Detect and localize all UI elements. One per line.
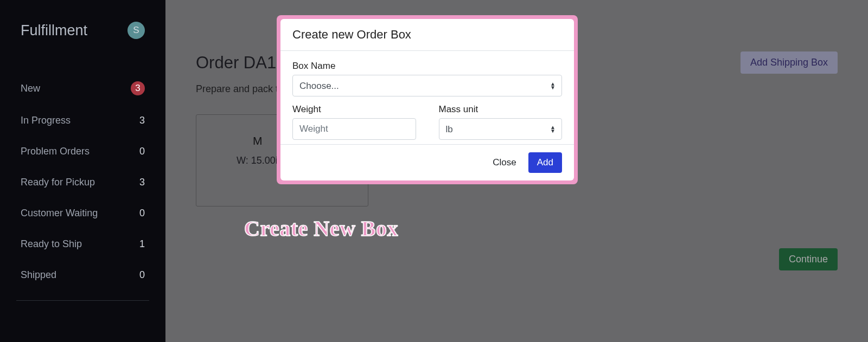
modal-footer: Close Add bbox=[280, 144, 574, 180]
add-button[interactable]: Add bbox=[528, 152, 562, 173]
count: 0 bbox=[139, 146, 145, 157]
sidebar-item-problem-orders[interactable]: Problem Orders 0 bbox=[0, 136, 165, 167]
avatar[interactable]: S bbox=[127, 22, 145, 39]
close-button[interactable]: Close bbox=[490, 153, 518, 172]
weight-input[interactable] bbox=[292, 118, 416, 140]
sidebar-item-label: New bbox=[21, 83, 40, 94]
modal-header: Create new Order Box bbox=[280, 19, 574, 51]
sidebar-item-label: In Progress bbox=[21, 115, 71, 126]
sidebar-item-label: Ready for Pickup bbox=[21, 177, 95, 188]
annotation-text: Create New Box bbox=[244, 216, 398, 241]
modal-body: Box Name Choose... ▲▼ Weight Mass unit bbox=[280, 51, 574, 144]
count: 3 bbox=[139, 115, 145, 126]
sidebar-item-in-progress[interactable]: In Progress 3 bbox=[0, 105, 165, 136]
sidebar-item-new[interactable]: New 3 bbox=[0, 72, 165, 105]
sidebar-item-label: Customer Waiting bbox=[21, 208, 98, 219]
modal-title: Create new Order Box bbox=[292, 28, 562, 42]
count: 3 bbox=[139, 177, 145, 188]
sidebar-item-label: Problem Orders bbox=[21, 146, 90, 157]
sidebar: Fulfillment S New 3 In Progress 3 Proble… bbox=[0, 0, 165, 342]
mass-unit-label: Mass unit bbox=[439, 104, 563, 115]
modal-highlight-border: Create new Order Box Box Name Choose... … bbox=[277, 15, 578, 184]
sidebar-item-ready-for-pickup[interactable]: Ready for Pickup 3 bbox=[0, 167, 165, 198]
count-badge: 3 bbox=[131, 81, 145, 95]
sidebar-item-ready-to-ship[interactable]: Ready to Ship 1 bbox=[0, 229, 165, 260]
app-title: Fulfillment bbox=[21, 22, 87, 39]
sidebar-item-shipped[interactable]: Shipped 0 bbox=[0, 260, 165, 291]
sidebar-item-label: Ready to Ship bbox=[21, 238, 82, 250]
mass-unit-select[interactable]: lb bbox=[439, 118, 563, 140]
sidebar-item-customer-waiting[interactable]: Customer Waiting 0 bbox=[0, 198, 165, 229]
sidebar-header: Fulfillment S bbox=[0, 22, 165, 39]
continue-button[interactable]: Continue bbox=[779, 248, 838, 270]
weight-label: Weight bbox=[292, 104, 416, 115]
count: 0 bbox=[139, 208, 145, 219]
count: 1 bbox=[139, 238, 145, 250]
add-shipping-box-button[interactable]: Add Shipping Box bbox=[741, 51, 838, 74]
count: 0 bbox=[139, 269, 145, 281]
box-name-label: Box Name bbox=[292, 61, 562, 72]
create-order-box-modal: Create new Order Box Box Name Choose... … bbox=[280, 19, 574, 180]
sidebar-divider bbox=[16, 300, 149, 301]
box-name-select[interactable]: Choose... bbox=[292, 75, 562, 96]
sidebar-item-label: Shipped bbox=[21, 269, 56, 281]
